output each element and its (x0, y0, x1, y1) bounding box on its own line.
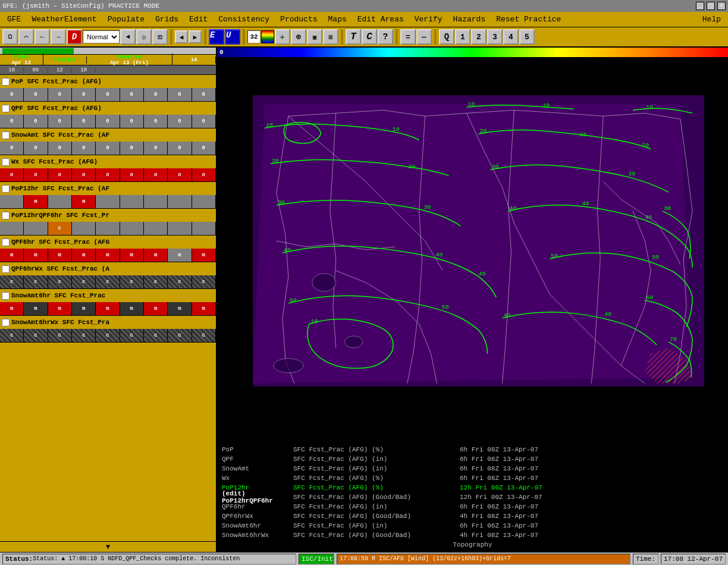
pop12hrqpf-cell-5[interactable] (96, 222, 120, 235)
close-button[interactable]: × (717, 2, 726, 10)
pop12hr-cell-5[interactable] (96, 195, 120, 208)
snowamt6hr-cell-5[interactable]: m (96, 302, 120, 315)
toolbar-prev-btn[interactable]: ◄ (120, 29, 136, 45)
pop12hrqpf-cell-7[interactable] (144, 222, 168, 235)
qpf6hrwx-cell-6[interactable]: c (120, 275, 144, 288)
toolbar-e-btn[interactable]: E (209, 29, 224, 45)
pop-cell-5[interactable]: 0 (96, 88, 120, 101)
pop12hrqpf-cell-2[interactable] (24, 222, 48, 235)
snowamt-cell-8[interactable]: 0 (168, 142, 192, 155)
menu-verify[interactable]: Verify (410, 14, 447, 25)
pop-cell-3[interactable]: 0 (48, 88, 72, 101)
pop12hrqpf-checkbox[interactable] (2, 212, 10, 219)
pop12hr-cell-6[interactable] (120, 195, 144, 208)
pop-cell-7[interactable]: 0 (144, 88, 168, 101)
toolbar-arrow-left-btn[interactable]: ← (34, 29, 50, 45)
qpf6hr-cell-1[interactable]: m (0, 249, 24, 262)
toolbar-move-btn[interactable]: ⊕ (291, 29, 306, 45)
snowamt6hr-checkbox[interactable] (2, 292, 10, 300)
snowamt6hr-cell-4[interactable]: m (72, 302, 96, 315)
toolbar-t-btn[interactable]: T (346, 29, 361, 45)
menu-grids[interactable]: Grids (150, 14, 183, 25)
snowamt6hr-cell-8[interactable]: m (168, 302, 192, 315)
color-palette-box[interactable] (261, 30, 274, 43)
qpf-cell-3[interactable]: 0 (48, 115, 72, 128)
snowamt6hr-cell-9[interactable]: m (192, 302, 216, 315)
qpf6hr-cell-9[interactable]: m (192, 249, 216, 262)
snowamt-cell-4[interactable]: 0 (72, 142, 96, 155)
qpf-cell-6[interactable]: 0 (120, 115, 144, 128)
wx-cell-1[interactable]: o (0, 168, 24, 181)
snowamt6hr-cell-3[interactable]: m (48, 302, 72, 315)
wx-cell-6[interactable]: o (120, 168, 144, 181)
map-display[interactable]: 10 10 10 10 10 20 20 20 20 20 30 30 (217, 57, 728, 442)
nav-next-btn[interactable]: ▶ (189, 30, 202, 43)
qpf6hrwx-cell-9[interactable]: c (192, 275, 216, 288)
qpf-cell-8[interactable]: 0 (168, 115, 192, 128)
qpf6hr-cell-5[interactable]: m (96, 249, 120, 262)
menu-hazards[interactable]: Hazards (448, 14, 491, 25)
wx-cell-9[interactable]: o (192, 168, 216, 181)
wx-cell-7[interactable]: o (144, 168, 168, 181)
mode-select[interactable]: Normal Edit (83, 30, 120, 43)
qpf-cell-5[interactable]: 0 (96, 115, 120, 128)
pop-cell-8[interactable]: 0 (168, 88, 192, 101)
wx-cell-8[interactable]: o (168, 168, 192, 181)
pop12hrqpf-cell-1[interactable] (0, 222, 24, 235)
pop12hrqpf-cell-3[interactable]: c (48, 222, 72, 235)
wx-cell-4[interactable]: o (72, 168, 96, 181)
qpf6hrwx-cell-5[interactable]: c (96, 275, 120, 288)
toolbar-2-btn[interactable]: 2 (471, 29, 487, 45)
toolbar-5-btn[interactable]: 5 (519, 29, 535, 45)
pop-cell-1[interactable]: 0 (0, 88, 24, 101)
snowamt6hrwx-cell-2[interactable]: c (24, 329, 48, 342)
qpf6hr-cell-7[interactable]: m (144, 249, 168, 262)
qpf6hrwx-cell-2[interactable]: c (24, 275, 48, 288)
pop12hrqpf-cell-6[interactable] (120, 222, 144, 235)
menu-gfe[interactable]: GFE (2, 14, 26, 25)
toolbar-undo-btn[interactable]: ⌒ (18, 29, 34, 45)
snowamt6hrwx-cell-3[interactable]: c (48, 329, 72, 342)
qpf6hrwx-cell-4[interactable]: c (72, 275, 96, 288)
toolbar-q-btn[interactable]: Q (439, 29, 454, 45)
snowamt-cell-1[interactable]: 0 (0, 142, 24, 155)
qpf-checkbox[interactable] (2, 105, 10, 112)
qpf6hr-cell-6[interactable]: m (120, 249, 144, 262)
pop12hr-cell-7[interactable] (144, 195, 168, 208)
snowamt6hrwx-cell-6[interactable]: c (120, 329, 144, 342)
toolbar-arrow-right-btn[interactable]: → (51, 29, 66, 45)
titlebar-controls[interactable]: _ □ × (696, 2, 726, 10)
menu-edit[interactable]: Edit (184, 14, 212, 25)
pop12hr-cell-2[interactable]: m (24, 195, 48, 208)
qpf6hrwx-checkbox[interactable] (2, 265, 10, 273)
qpf6hr-cell-8[interactable]: m (168, 249, 192, 262)
pop-cell-6[interactable]: 0 (120, 88, 144, 101)
snowamt-cell-9[interactable]: 0 (192, 142, 216, 155)
qpf-cell-7[interactable]: 0 (144, 115, 168, 128)
snowamt6hrwx-cell-4[interactable]: c (72, 329, 96, 342)
snowamt-cell-3[interactable]: 0 (48, 142, 72, 155)
snowamt6hr-cell-7[interactable]: m (144, 302, 168, 315)
toolbar-sun-btn[interactable]: ☼ (136, 29, 152, 45)
snowamt6hrwx-checkbox[interactable] (2, 319, 10, 327)
menu-help[interactable]: Help (698, 14, 726, 25)
pop-checkbox[interactable] (2, 78, 10, 86)
toolbar-crosshair-btn[interactable]: ✛ (275, 29, 290, 45)
toolbar-grid-btn[interactable]: ⊡ (152, 29, 168, 45)
pop-cell-9[interactable]: 0 (192, 88, 216, 101)
qpf-cell-9[interactable]: 0 (192, 115, 216, 128)
menu-editareas[interactable]: Edit Areas (353, 14, 409, 25)
qpf6hr-checkbox[interactable] (2, 238, 10, 246)
pop-cell-4[interactable]: 0 (72, 88, 96, 101)
qpf6hrwx-cell-8[interactable]: c (168, 275, 192, 288)
snowamt-checkbox[interactable] (2, 131, 10, 139)
toolbar-new-btn[interactable]: 🗋 (2, 29, 18, 45)
qpf-cell-2[interactable]: 0 (24, 115, 48, 128)
maximize-button[interactable]: □ (707, 2, 715, 10)
minimize-button[interactable]: _ (696, 2, 704, 10)
menu-resetpractice[interactable]: Reset Practice (491, 14, 566, 25)
menu-populate[interactable]: Populate (103, 14, 149, 25)
qpf6hrwx-cell-7[interactable]: c (144, 275, 168, 288)
menu-products[interactable]: Products (275, 14, 322, 25)
nav-prev-btn[interactable]: ◀ (175, 30, 188, 43)
